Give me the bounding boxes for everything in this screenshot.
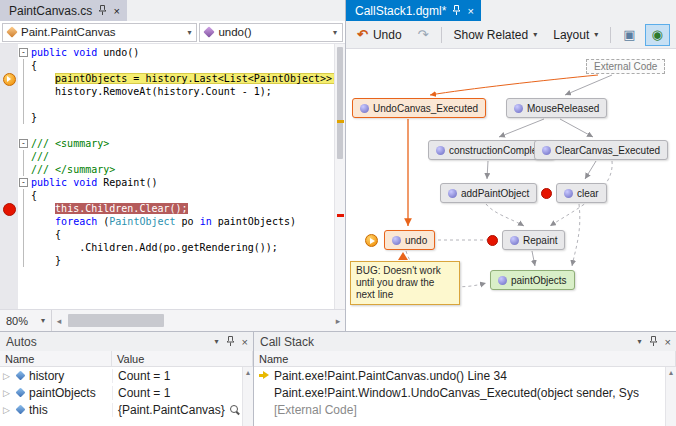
code-line[interactable]: } <box>0 111 345 124</box>
fold-collapse-box[interactable] <box>18 176 31 189</box>
call-stack-vertical-scrollbar[interactable]: ▴ <box>665 367 676 426</box>
pin-icon[interactable] <box>649 336 658 347</box>
fold-minus-icon[interactable] <box>19 178 28 187</box>
code-line[interactable]: { <box>0 59 345 72</box>
scrollbar-thumb[interactable] <box>337 47 343 159</box>
close-icon[interactable]: × <box>242 336 248 348</box>
graph-node-addPaintObject[interactable]: addPaintObject <box>440 183 537 203</box>
zoom-dropdown[interactable]: 80% ▾ <box>0 310 52 331</box>
code-line[interactable]: /// </summary> <box>0 163 345 176</box>
indicator-margin <box>0 85 18 98</box>
breakpoint-icon[interactable] <box>0 202 18 215</box>
code-token: { <box>31 229 61 240</box>
watch-row-this[interactable]: ▷this{Paint.PaintCanvas}▾ <box>0 401 241 418</box>
type-dropdown[interactable]: Paint.PaintCanvas ▾ <box>2 23 197 42</box>
node-sphere-icon <box>436 146 445 155</box>
autos-vertical-scrollbar[interactable]: ▴ <box>242 367 253 426</box>
call-stack-frame[interactable]: [External Code] <box>254 401 664 418</box>
fold-collapse-box[interactable] <box>18 137 31 150</box>
watch-value-cell[interactable]: Count = 1 <box>112 369 241 383</box>
member-dropdown[interactable]: undo() ▾ <box>199 23 343 42</box>
fold-collapse-box[interactable] <box>18 46 31 59</box>
editor-vertical-scrollbar[interactable] <box>334 44 345 309</box>
redo-button[interactable]: ↷ <box>411 24 436 46</box>
call-stack-title-bar[interactable]: Call Stack ▾ × <box>254 332 676 351</box>
watch-value-cell[interactable]: Count = 1 <box>112 386 241 400</box>
close-icon[interactable]: × <box>665 336 671 348</box>
code-token: paintObjects) <box>212 216 296 227</box>
breakpoint-dot[interactable] <box>541 188 552 199</box>
call-stack-frame[interactable]: Paint.exe!Paint.Window1.UndoCanvas_Execu… <box>254 384 664 401</box>
layout-dropdown[interactable]: Layout ▾ <box>546 24 605 46</box>
autos-rows: ▷historyCount = 1▷paintObjectsCount = 1▷… <box>0 367 253 426</box>
scroll-right-icon[interactable]: ▸ <box>331 316 345 326</box>
code-line[interactable] <box>0 124 345 137</box>
pin-icon[interactable] <box>226 336 235 347</box>
close-icon[interactable]: × <box>467 6 473 16</box>
go-to-code-definition-button[interactable]: ▣ <box>616 24 642 46</box>
fold-minus-icon[interactable] <box>19 139 28 148</box>
window-position-icon[interactable]: ▾ <box>638 337 642 346</box>
close-icon[interactable]: × <box>113 6 119 16</box>
undo-button[interactable]: ↶ Undo <box>350 24 409 46</box>
graph-node-undo[interactable]: undo <box>384 230 435 250</box>
show-external-code-button[interactable]: ◉ <box>645 24 670 46</box>
graph-canvas[interactable]: External Code UndoCanvas_ExecutedMouseRe… <box>346 49 676 331</box>
autos-title-bar[interactable]: Autos ▾ × <box>0 332 253 351</box>
layout-label: Layout <box>553 28 589 42</box>
code-line[interactable]: .Children.Add(po.getRendering()); <box>0 241 345 254</box>
code-line[interactable]: foreach (PaintObject po in paintObjects) <box>0 215 345 228</box>
magnifier-icon[interactable] <box>229 404 240 415</box>
pin-icon[interactable] <box>98 5 107 16</box>
breakpoint-dot[interactable] <box>487 235 498 246</box>
graph-node-clear[interactable]: clear <box>556 183 607 203</box>
code-line[interactable]: /// <box>0 150 345 163</box>
node-label: constructionComplete <box>449 145 546 156</box>
code-line[interactable]: } <box>0 254 345 267</box>
scroll-left-icon[interactable]: ◂ <box>52 316 66 326</box>
expand-arrow-icon[interactable]: ▷ <box>3 371 13 381</box>
pin-icon[interactable] <box>452 5 461 16</box>
code-line[interactable]: { <box>0 228 345 241</box>
graph-node-MouseReleased[interactable]: MouseReleased <box>506 98 607 118</box>
graph-node-UndoCanvas_Executed[interactable]: UndoCanvas_Executed <box>352 98 486 118</box>
code-line[interactable]: this.Children.Clear(); <box>0 202 345 215</box>
scroll-up-icon[interactable]: ▴ <box>666 367 676 378</box>
expand-arrow-icon[interactable]: ▷ <box>3 405 13 415</box>
code-line[interactable]: paintObjects = history.Last<List<PaintOb… <box>0 72 345 85</box>
code-editor-surface[interactable]: public void undo(){ paintObjects = histo… <box>0 44 345 309</box>
watch-value-cell[interactable]: {Paint.PaintCanvas}▾ <box>112 403 241 417</box>
fold-minus-icon[interactable] <box>19 48 28 57</box>
code-line[interactable]: public void undo() <box>0 46 345 59</box>
graph-node-paintObjects[interactable]: paintObjects <box>490 270 575 290</box>
external-code-group-label[interactable]: External Code <box>586 59 665 74</box>
graph-node-Repaint[interactable]: Repaint <box>502 230 565 250</box>
frame-text: [External Code] <box>274 403 357 417</box>
tab-paintcanvas-cs[interactable]: PaintCanvas.cs × <box>0 0 127 21</box>
bug-annotation-note[interactable]: BUG: Doesn't work until you draw the nex… <box>350 261 460 305</box>
watch-row-history[interactable]: ▷historyCount = 1 <box>0 367 241 384</box>
window-position-icon[interactable]: ▾ <box>215 337 219 346</box>
code-line[interactable]: public void Repaint() <box>0 176 345 189</box>
code-line[interactable]: /// <summary> <box>0 137 345 150</box>
variable-name: history <box>29 369 64 383</box>
scrollbar-thumb[interactable] <box>68 314 164 327</box>
editor-horizontal-scrollbar[interactable]: ◂ ▸ <box>52 310 345 331</box>
indicator-margin <box>0 254 18 267</box>
code-token: void <box>73 47 97 58</box>
code-line[interactable]: history.RemoveAt(history.Count - 1); <box>0 85 345 98</box>
code-text: this.Children.Clear(); <box>31 202 345 215</box>
call-stack-rows: Paint.exe!Paint.PaintCanvas.undo() Line … <box>254 367 676 426</box>
code-line[interactable] <box>0 98 345 111</box>
expand-arrow-icon[interactable]: ▷ <box>3 388 13 398</box>
call-stack-frame[interactable]: Paint.exe!Paint.PaintCanvas.undo() Line … <box>254 367 664 384</box>
watch-row-paintObjects[interactable]: ▷paintObjectsCount = 1 <box>0 384 241 401</box>
show-related-dropdown[interactable]: Show Related ▾ <box>447 24 545 46</box>
scroll-up-icon[interactable]: ▴ <box>243 367 253 378</box>
tab-callstack-dgml[interactable]: CallStack1.dgml* × <box>346 0 481 21</box>
code-line[interactable]: { <box>0 189 345 202</box>
member-dropdown-value: undo() <box>218 26 251 38</box>
current-statement-icon[interactable] <box>0 72 18 85</box>
scrollbar-track[interactable] <box>66 310 331 331</box>
graph-node-ClearCanvas_Executed[interactable]: ClearCanvas_Executed <box>534 140 668 160</box>
